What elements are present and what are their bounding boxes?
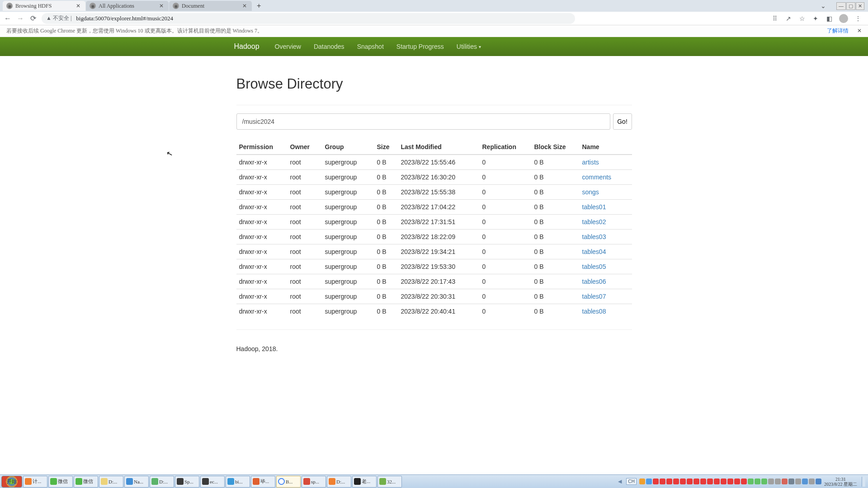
info-close-icon[interactable]: ✕	[857, 28, 862, 34]
tray-app-icon[interactable]	[795, 479, 801, 484]
directory-link[interactable]: tables01	[582, 203, 606, 211]
window-close-button[interactable]: ✕	[856, 2, 864, 10]
info-learn-more-link[interactable]: 了解详情	[827, 28, 849, 34]
th-size[interactable]: Size	[374, 140, 398, 155]
directory-link[interactable]: tables05	[582, 263, 606, 270]
taskbar-item[interactable]: D:...	[99, 476, 123, 488]
taskbar-item[interactable]: 微信	[48, 476, 73, 488]
nav-utilities[interactable]: Utilities ▾	[450, 37, 487, 56]
th-permission[interactable]: Permission	[236, 140, 288, 155]
tabs-overflow-icon[interactable]: ⌄	[817, 1, 830, 11]
minimize-button[interactable]: —	[836, 2, 846, 10]
navbar-brand[interactable]: Hadoop	[234, 42, 269, 51]
tray-app-icon[interactable]	[802, 479, 808, 484]
tray-app-icon[interactable]	[687, 479, 693, 484]
tray-app-icon[interactable]	[809, 479, 815, 484]
tray-app-icon[interactable]	[660, 479, 665, 484]
th-group[interactable]: Group	[322, 140, 374, 155]
new-tab-button[interactable]: +	[252, 0, 265, 11]
close-icon[interactable]: ✕	[241, 3, 248, 9]
taskbar-item[interactable]: 计...	[23, 476, 47, 488]
close-icon[interactable]: ✕	[75, 3, 82, 9]
tray-app-icon[interactable]	[761, 479, 767, 484]
cell-owner: root	[288, 274, 322, 289]
th-block-size[interactable]: Block Size	[532, 140, 580, 155]
tray-app-icon[interactable]	[734, 479, 740, 484]
tray-app-icon[interactable]	[788, 479, 794, 484]
tray-app-icon[interactable]	[721, 479, 726, 484]
reload-button[interactable]: ⟳	[29, 14, 37, 23]
nav-startup-progress[interactable]: Startup Progress	[390, 37, 450, 56]
sidepanel-icon[interactable]: ◧	[826, 15, 833, 22]
tray-app-icon[interactable]	[639, 479, 645, 484]
taskbar-item[interactable]: sp...	[302, 476, 326, 488]
taskbar-item[interactable]: 32...	[377, 476, 402, 488]
address-bar[interactable]: ▲ 不安全 | bigdata:50070/explorer.html#/mus…	[42, 13, 575, 24]
taskbar-item[interactable]: 老...	[352, 476, 377, 488]
tray-app-icon[interactable]	[673, 479, 679, 484]
tray-app-icon[interactable]	[646, 479, 652, 484]
browser-tab[interactable]: ◉ Browsing HDFS ✕	[3, 1, 85, 11]
directory-link[interactable]: tables02	[582, 218, 606, 225]
th-last-modified[interactable]: Last Modified	[398, 140, 480, 155]
nav-datanodes[interactable]: Datanodes	[307, 37, 351, 56]
tray-app-icon[interactable]	[775, 479, 781, 484]
taskbar-item[interactable]: 微信	[74, 476, 98, 488]
taskbar-item[interactable]: 毕...	[251, 476, 275, 488]
go-button[interactable]: Go!	[613, 113, 632, 130]
translate-icon[interactable]: ⠿	[771, 15, 778, 22]
share-icon[interactable]: ↗	[785, 15, 792, 22]
directory-link[interactable]: tables03	[582, 233, 606, 240]
directory-link[interactable]: tables04	[582, 248, 606, 255]
back-button[interactable]: ←	[4, 14, 12, 23]
taskbar-item[interactable]: ec...	[200, 476, 225, 488]
tray-app-icon[interactable]	[782, 479, 788, 484]
nav-snapshot[interactable]: Snapshot	[351, 37, 390, 56]
bookmark-icon[interactable]: ☆	[798, 15, 806, 22]
tray-app-icon[interactable]	[700, 479, 706, 484]
path-input[interactable]	[236, 113, 610, 130]
taskbar-item[interactable]: D:...	[150, 476, 174, 488]
profile-avatar[interactable]	[839, 14, 848, 23]
tray-app-icon[interactable]	[768, 479, 774, 484]
tray-app-icon[interactable]	[680, 479, 686, 484]
browser-tab[interactable]: ◉ All Applications ✕	[86, 1, 169, 11]
directory-link[interactable]: artists	[582, 159, 599, 166]
directory-link[interactable]: tables08	[582, 308, 606, 315]
tray-expand-icon[interactable]: ◀	[618, 479, 622, 484]
menu-icon[interactable]: ⋮	[854, 15, 862, 22]
extensions-icon[interactable]: ✦	[812, 15, 819, 22]
th-replication[interactable]: Replication	[480, 140, 532, 155]
show-desktop-button[interactable]	[862, 477, 865, 487]
lang-indicator[interactable]: CH	[626, 478, 636, 485]
taskbar-item[interactable]: bi...	[226, 476, 250, 488]
tray-app-icon[interactable]	[666, 479, 672, 484]
taskbar-item[interactable]: Sp...	[175, 476, 199, 488]
directory-link[interactable]: tables07	[582, 293, 606, 300]
nav-overview[interactable]: Overview	[269, 37, 307, 56]
taskbar-item[interactable]: D:...	[327, 476, 351, 488]
th-name[interactable]: Name	[580, 140, 632, 155]
close-icon[interactable]: ✕	[158, 3, 165, 9]
directory-link[interactable]: tables06	[582, 278, 606, 285]
tray-app-icon[interactable]	[707, 479, 713, 484]
tray-app-icon[interactable]	[714, 479, 720, 484]
tray-app-icon[interactable]	[748, 479, 754, 484]
tray-app-icon[interactable]	[755, 479, 760, 484]
taskbar-item[interactable]: B...	[276, 476, 301, 488]
directory-link[interactable]: songs	[582, 188, 599, 196]
tray-app-icon[interactable]	[727, 479, 733, 484]
taskbar-item[interactable]: Na...	[124, 476, 149, 488]
directory-link[interactable]: comments	[582, 174, 612, 181]
forward-button[interactable]: →	[16, 14, 24, 23]
tray-app-icon[interactable]	[816, 479, 821, 484]
tray-app-icon[interactable]	[741, 479, 747, 484]
tray-app-icon[interactable]	[653, 479, 659, 484]
maximize-button[interactable]: ▢	[846, 2, 855, 10]
clock[interactable]: 21:31 2023/8/22 星期二	[824, 477, 859, 487]
start-button[interactable]: 开始	[1, 476, 22, 488]
cell-name: tables07	[580, 289, 632, 304]
tray-app-icon[interactable]	[693, 479, 699, 484]
th-owner[interactable]: Owner	[288, 140, 322, 155]
browser-tab[interactable]: ◉ Document ✕	[169, 1, 252, 11]
